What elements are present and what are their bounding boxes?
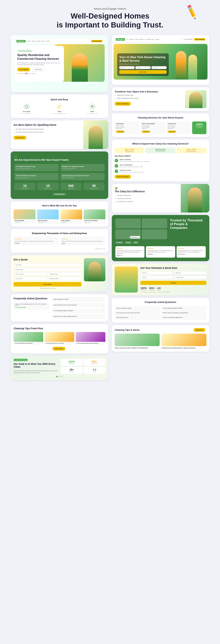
faq-layout: Frequently Asked Questions Looking for t…	[11, 294, 108, 322]
bathroom-input[interactable]	[135, 66, 151, 69]
dot-3[interactable]	[61, 376, 63, 377]
check-1: ✓ We always help you to achieve your goa…	[14, 128, 80, 130]
goal-left: New York Cleaning Our Goal is to Wow You…	[14, 359, 58, 374]
nav-cta-btn[interactable]: Book Cleaning	[91, 40, 103, 42]
best-option-btn[interactable]: Learn More	[14, 136, 26, 140]
header-title: Well-Designed Homes is Important to Buil…	[11, 12, 209, 30]
faq-b-6[interactable]: How do I schedule an appointment? ›	[161, 315, 206, 320]
faq-left: Frequently Asked Questions Looking for t…	[14, 297, 49, 319]
estimate-stats: 100% Satisfaction 10K+ Cleanings 4.9 Rat…	[140, 287, 206, 290]
residential-learn-btn[interactable]: Learn More	[116, 130, 124, 133]
step-text-2: Get a Confirmation We'll send you a conf…	[120, 164, 206, 168]
est-bedroom[interactable]	[140, 271, 173, 274]
quote-person-figure	[88, 262, 101, 281]
feature-satisfaction: 200% Satisfaction Guarantee Your satisfa…	[14, 173, 59, 180]
faq-item-3[interactable]: Are the cleaning supplies included? ›	[52, 308, 105, 313]
est-zipcode[interactable]	[140, 276, 173, 279]
step-connector-1	[40, 106, 46, 107]
contact-box: Looking for the cleaning service in New …	[14, 302, 49, 310]
clany-eco-card: What to Expect from Clany Eco Cleaning S…	[112, 140, 209, 182]
how-step-3: 3 Cleaners Arrives Our vetted cleaners a…	[115, 170, 206, 173]
offer-2: Big Savings Recurring Services	[145, 148, 175, 153]
goal-stats-grid: 100% Satisfaction 500+ Happy Clients 15+…	[61, 359, 105, 374]
faq-b-1[interactable]: What's included in a clean? ›	[115, 306, 160, 310]
faq-arrow-1: ›	[103, 298, 104, 300]
bedroom-input[interactable]	[119, 66, 135, 69]
nav-items: Home Services About Blog Contact	[27, 40, 90, 42]
quote-submit-btn[interactable]: Get a Quote	[14, 282, 81, 286]
steps-row: 📋 Free Quote Get instant pricing online …	[14, 103, 105, 114]
cleaning-svcs-title: Cleaning Services for Just About Anyone	[115, 116, 206, 119]
see-all-tips-btn[interactable]: See All Tips	[53, 347, 66, 350]
hero-right-bg-area: Your #1 New York House Cleaning & Maid S…	[114, 44, 207, 80]
est-stat-1: 100% Satisfaction	[140, 287, 147, 290]
trusted-logos: Trustpilot Google BBB	[115, 241, 167, 244]
cleaning-type-input[interactable]	[48, 272, 81, 276]
trusted-img-2	[142, 218, 167, 228]
blog-view-btn[interactable]: Blog View	[193, 328, 205, 332]
best-option-person	[89, 126, 103, 149]
faq-two-col: What's included in a clean? › How much d…	[115, 306, 206, 320]
diff-title: The Clany Eco Difference	[115, 190, 178, 193]
diff-leaf: 🌿	[115, 187, 118, 190]
email-input[interactable]	[14, 268, 81, 271]
faq-b-arrow-3: ›	[158, 317, 158, 318]
faq-item-1[interactable]: What's included in a clean? ›	[52, 297, 105, 302]
faq-b-4[interactable]: Are the cleaning supplies included? ›	[161, 306, 206, 310]
faq-item-2[interactable]: How much does it cost to clean my home? …	[52, 303, 105, 307]
header-subtitle: Attract and Engage Visitors	[11, 7, 209, 10]
how-step-2: 2 Get a Confirmation We'll send you a co…	[115, 164, 206, 168]
transform-title: Transform Your Space Into a Sanctuary	[115, 90, 183, 93]
est-bathroom[interactable]	[174, 271, 206, 274]
step-relax: ☕ Relax Enjoy your clean space	[80, 103, 105, 114]
est-stat-3: 4.9 Rating	[157, 287, 160, 290]
bottom-faq-title: Frequently Asked Questions	[115, 301, 206, 304]
faq-b-2[interactable]: How much does it cost to clean my home? …	[115, 310, 160, 315]
tip-1: The Deep Cleaning and Organizing	[14, 332, 43, 345]
estimate-title: Get Your Estimate & Book Now	[140, 266, 206, 269]
contact-phone[interactable]: +1 000 000 0000	[15, 307, 48, 308]
phone-input[interactable]	[14, 272, 47, 276]
hero-learn-btn[interactable]: Learn More	[32, 68, 45, 72]
right-nav-book-btn[interactable]: Book Cleaning	[194, 38, 205, 40]
transform-layout: Transform Your Space Into a Sanctuary ✓ …	[115, 90, 206, 108]
stars-2: ★★★★★	[62, 238, 104, 240]
testimonials-grid: ★★★★★ Amazing cleaning service, very eff…	[14, 237, 105, 245]
tip-bottom-2: Comprehensive Cleaning Guide for a Spotl…	[161, 334, 206, 349]
trusted-img-3: Highly efficient…	[115, 230, 141, 239]
diff-person	[188, 188, 202, 212]
faq-b-3[interactable]: What about my pets? ›	[115, 315, 160, 320]
transform-btn[interactable]: Book a Cleaning	[115, 102, 131, 106]
tip-2-label: Eco Friendly Products for Cleaning	[45, 342, 74, 345]
est-type[interactable]	[174, 276, 206, 279]
best-option-image	[83, 120, 108, 149]
goal-title: Our Goal is to Wow You With Every Clean	[14, 362, 58, 368]
commercial-learn-btn[interactable]: Learn More	[168, 130, 176, 133]
hero-quote-btn[interactable]: Get a Quote	[17, 68, 30, 71]
date-input[interactable]	[14, 277, 47, 280]
estimate-card: Get Your Estimate & Book Now Continue 10…	[112, 264, 209, 296]
step-quote-icon: 📋	[23, 103, 30, 110]
diff-check-icon-1: ✓	[115, 195, 116, 197]
tips-grid: The Deep Cleaning and Organizing Eco Fri…	[14, 332, 105, 345]
zipcode-input[interactable]	[151, 66, 167, 69]
dot-1[interactable]	[56, 376, 58, 377]
notes-input[interactable]	[48, 277, 81, 280]
hero-content-area: New York Cleaning Sparkly Residential an…	[14, 46, 105, 82]
check-text-2: The cleanest trust your home to Best Eco…	[16, 131, 43, 133]
name-input[interactable]	[14, 263, 81, 266]
faq-item-4[interactable]: What time do you offer cleaning services…	[52, 314, 105, 319]
transform-check-2: ✓ Vetted & background checked cleaners	[115, 98, 183, 100]
diff-check-icon-3: ✓	[115, 201, 116, 203]
clany-book-btn[interactable]: Book a Cleaning	[115, 175, 131, 178]
short-term-learn-btn[interactable]: Learn More	[142, 130, 150, 133]
diff-check-3: ✓ No contracts or commitments	[115, 201, 178, 203]
diff-check-2: ✓ Insured up to $1,000,000	[115, 198, 178, 200]
hero-right-book-btn[interactable]: Book Now	[119, 70, 167, 74]
transform-image	[185, 90, 206, 108]
stats-row: 15 Years Experience 10 Expert Cleaners 5…	[14, 183, 105, 190]
dot-2[interactable]	[59, 376, 60, 377]
tips-row: Allforte Cleaning Checklist: Simplify Yo…	[115, 334, 206, 349]
estimate-continue-btn[interactable]: Continue	[140, 281, 206, 285]
faq-b-5[interactable]: What if I need to reschedule my appointm…	[161, 310, 206, 315]
